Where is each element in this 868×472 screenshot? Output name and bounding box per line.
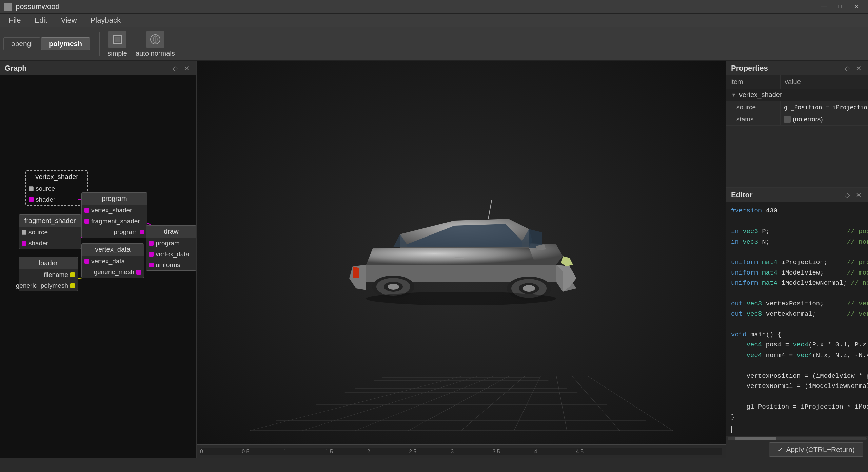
filename-dot: [70, 272, 75, 277]
status-text: (no errors): [793, 116, 823, 123]
node-program[interactable]: program vertex_shader fragment_shader pr…: [81, 192, 147, 238]
section-vertex-shader-label: vertex_shader: [739, 91, 782, 99]
timeline-ruler: 0 0.5 1 1.5 2 2.5 3 3.5 4 4.5: [200, 448, 722, 455]
tool-auto-normals[interactable]: auto normals: [132, 29, 178, 59]
maximize-button[interactable]: □: [832, 1, 848, 12]
graph-close-button[interactable]: ✕: [182, 63, 191, 73]
node-vertex-data-port-out: generic_mesh: [82, 267, 144, 278]
node-vertex-data[interactable]: vertex_data vertex_data generic_mesh: [81, 243, 144, 278]
editor-scrollbar[interactable]: [726, 436, 868, 441]
close-button[interactable]: ✕: [848, 1, 864, 12]
minimize-button[interactable]: —: [816, 1, 831, 12]
apply-button[interactable]: ✓ Apply (CTRL+Return): [769, 442, 863, 457]
node-vertex-shader-port-shader: shader: [26, 194, 87, 205]
graph-panel: Graph ◇ ✕ vertex_shader: [0, 61, 197, 458]
tab-polymesh[interactable]: polymesh: [41, 37, 90, 50]
tick-0: 0: [200, 449, 203, 455]
app-icon: [4, 3, 12, 11]
car-scene: [197, 61, 726, 458]
prop-row-status: status (no errors): [726, 113, 868, 126]
node-program-port-out: program: [82, 227, 147, 238]
svg-line-23: [588, 376, 673, 431]
grid-floor: [197, 322, 726, 437]
prop-value-source[interactable]: gl_Position = iProjection * iModelView *…: [781, 101, 868, 113]
right-panel: Properties ◇ ✕ item value ▼ vertex_shade…: [726, 61, 868, 458]
tick-2-5: 2.5: [409, 449, 416, 455]
svg-line-18: [408, 376, 509, 431]
draw-program-dot: [149, 241, 154, 246]
main-layout: Graph ◇ ✕ vertex_shader: [0, 61, 868, 458]
source-port-dot: [29, 186, 34, 191]
svg-line-22: [572, 376, 620, 431]
svg-point-27: [523, 285, 535, 292]
svg-line-15: [250, 376, 461, 431]
menu-playback[interactable]: Playback: [84, 14, 127, 27]
editor-panel-title: Editor: [731, 191, 753, 200]
node-vertex-data-title: vertex_data: [82, 244, 144, 256]
svg-line-17: [355, 376, 493, 431]
node-draw[interactable]: draw program vertex_data uniforms: [146, 225, 196, 271]
app-title: possumwood: [16, 2, 60, 11]
timeline: 0 0.5 1 1.5 2 2.5 3 3.5 4 4.5: [197, 444, 726, 458]
node-draw-port-vdata: vertex_data: [146, 249, 196, 260]
code-editor[interactable]: #version 430 in vec3 P; // position attr…: [726, 202, 868, 436]
frag-shader-dot: [22, 241, 26, 246]
svg-line-16: [302, 376, 477, 431]
node-program-port-vs: vertex_shader: [82, 205, 147, 216]
properties-header-row: item value: [726, 75, 868, 89]
apply-button-label: Apply (CTRL+Return): [786, 446, 855, 454]
editor-header: Editor ◇ ✕: [726, 188, 868, 202]
properties-close-button[interactable]: ✕: [854, 63, 863, 73]
node-program-port-fs: fragment_shader: [82, 216, 147, 227]
menu-edit[interactable]: Edit: [28, 14, 53, 27]
graph-pin-button[interactable]: ◇: [170, 63, 180, 73]
generic-mesh-dot: [136, 270, 141, 275]
node-vertex-shader[interactable]: vertex_shader source shader: [25, 170, 88, 206]
col-item: item: [726, 75, 781, 89]
col-value: value: [781, 75, 868, 89]
properties-panel-controls: ◇ ✕: [842, 63, 863, 73]
svg-line-20: [514, 376, 540, 431]
tab-opengl[interactable]: opengl: [3, 37, 40, 50]
node-loader-port-filename: filename: [19, 269, 78, 280]
node-loader[interactable]: loader filename generic_polymesh: [19, 257, 78, 291]
properties-panel: Properties ◇ ✕ item value ▼ vertex_shade…: [726, 61, 868, 188]
node-draw-port-program: program: [146, 238, 196, 249]
window-controls: — □ ✕: [816, 1, 864, 12]
node-draw-title: draw: [146, 226, 196, 238]
viewport[interactable]: 0 0.5 1 1.5 2 2.5 3 3.5 4 4.5: [197, 61, 726, 458]
tool-auto-normals-label: auto normals: [136, 50, 175, 57]
menu-file[interactable]: File: [3, 14, 27, 27]
node-fragment-shader[interactable]: fragment_shader source shader: [19, 214, 81, 249]
simple-icon: [108, 31, 126, 48]
node-vertex-data-port-in: vertex_data: [82, 256, 144, 267]
program-out-dot: [140, 230, 144, 234]
svg-point-34: [366, 292, 556, 305]
node-fragment-shader-title: fragment_shader: [19, 215, 81, 227]
scrollbar-thumb[interactable]: [735, 437, 776, 440]
section-vertex-shader[interactable]: ▼ vertex_shader: [726, 89, 868, 101]
graph-canvas[interactable]: vertex_shader source shader program vert…: [0, 75, 196, 458]
svg-point-31: [388, 284, 399, 290]
section-toggle: ▼: [731, 92, 736, 98]
node-loader-title: loader: [19, 257, 78, 269]
tick-3-5: 3.5: [492, 449, 500, 455]
graph-header: Graph ◇ ✕: [0, 61, 196, 75]
tick-1-5: 1.5: [326, 449, 333, 455]
tick-4-5: 4.5: [576, 449, 584, 455]
tool-simple[interactable]: simple: [104, 29, 131, 59]
editor-pin-button[interactable]: ◇: [842, 190, 852, 200]
tick-4: 4: [534, 449, 537, 455]
car-3d-model: [326, 166, 597, 336]
scrollbar-track[interactable]: [728, 437, 867, 440]
node-fragment-shader-port-source: source: [19, 227, 81, 238]
shader-port-dot: [29, 197, 34, 202]
prop-value-status: (no errors): [781, 113, 868, 125]
menu-view[interactable]: View: [55, 14, 83, 27]
editor-close-button[interactable]: ✕: [854, 190, 863, 200]
titlebar: possumwood — □ ✕: [0, 0, 868, 14]
tick-1: 1: [283, 449, 287, 455]
draw-vdata-dot: [149, 252, 154, 257]
properties-pin-button[interactable]: ◇: [842, 63, 852, 73]
toolbar-divider: [99, 32, 100, 56]
